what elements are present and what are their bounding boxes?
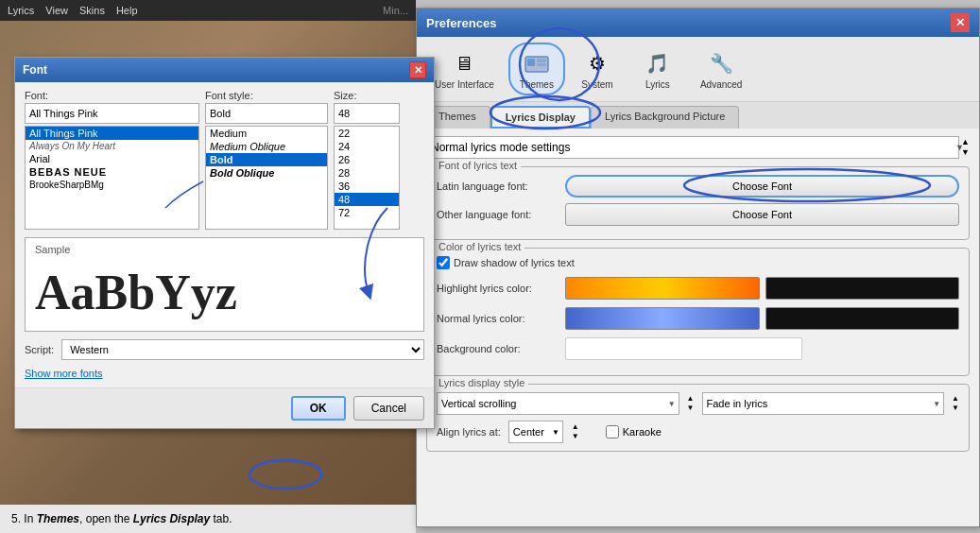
lyrics-icon: 🎵 xyxy=(643,48,673,78)
prefs-close-button[interactable]: ✕ xyxy=(951,13,970,32)
fade-arrow-down[interactable]: ▼ xyxy=(952,404,959,413)
svg-rect-3 xyxy=(537,63,546,66)
ok-button[interactable]: OK xyxy=(291,396,346,421)
fade-select-wrapper: Fade in lyrics xyxy=(702,392,945,415)
list-item[interactable]: Bold Oblique xyxy=(206,166,327,180)
list-item[interactable]: All Things Pink xyxy=(26,127,198,140)
mode-row: Normal lyrics mode settings ▲ ▼ xyxy=(426,136,970,159)
instruction-bar: 5. In Themes, open the Lyrics Display ta… xyxy=(0,505,416,533)
color-group-label: Color of lyrics text xyxy=(435,241,524,252)
scroll-arrow-down[interactable]: ▼ xyxy=(687,404,695,413)
list-item[interactable]: 48 xyxy=(335,193,399,206)
bg-color-label: Background color: xyxy=(437,343,559,354)
player-title: Min... xyxy=(383,5,408,16)
instruction-text: 5. In Themes, open the Lyrics Display ta… xyxy=(11,512,232,525)
prefs-title: Preferences xyxy=(426,16,496,30)
align-arrows[interactable]: ▲ ▼ xyxy=(572,422,579,441)
highlight-color-label: Highlight lyrics color: xyxy=(437,283,559,294)
script-select[interactable]: Western xyxy=(61,339,424,360)
list-item[interactable]: 28 xyxy=(335,166,399,180)
fade-arrows[interactable]: ▲ ▼ xyxy=(952,394,959,413)
list-item[interactable]: BEBAS NEUE xyxy=(26,165,198,179)
shadow-checkbox-row: Draw shadow of lyrics text xyxy=(437,256,959,269)
align-arrow-down[interactable]: ▼ xyxy=(572,432,579,441)
mode-select[interactable]: Normal lyrics mode settings xyxy=(426,136,959,159)
prefs-toolbar: 🖥 User Interface Themes ⚙ System 🎵 Lyric… xyxy=(417,37,979,102)
toolbar-lyrics[interactable]: 🎵 Lyrics xyxy=(629,43,686,95)
list-item[interactable]: Medium Oblique xyxy=(206,140,327,153)
other-font-row: Other language font: Choose Font xyxy=(437,203,959,226)
size-input[interactable] xyxy=(334,103,400,124)
menu-help[interactable]: Help xyxy=(116,5,138,16)
sample-text: AaBbYyz xyxy=(35,259,414,325)
tab-lyrics-display[interactable]: Lyrics Display xyxy=(490,106,591,129)
highlight-color-row: Highlight lyrics color: xyxy=(437,277,959,300)
list-item[interactable]: Arial xyxy=(26,152,198,165)
normal-color-blue[interactable] xyxy=(565,307,760,330)
show-more-fonts-link[interactable]: Show more fonts xyxy=(25,368,103,379)
list-item[interactable]: Bold xyxy=(206,153,327,166)
latin-choose-font-button[interactable]: Choose Font xyxy=(565,175,959,198)
style-list[interactable]: Medium Medium Oblique Bold Bold Oblique xyxy=(205,126,328,230)
other-choose-font-button[interactable]: Choose Font xyxy=(565,203,959,226)
align-arrow-up[interactable]: ▲ xyxy=(572,422,579,432)
font-column: Font: All Things Pink Always On My Heart… xyxy=(25,90,199,230)
list-item[interactable]: 22 xyxy=(335,127,399,140)
bg-color-row: Background color: xyxy=(437,337,959,360)
tab-lyrics-bg[interactable]: Lyrics Background Picture xyxy=(591,106,739,129)
karaoke-checkbox[interactable] xyxy=(606,425,619,438)
align-select-wrapper: Center Left Right xyxy=(508,421,563,443)
user-interface-icon: 🖥 xyxy=(449,48,479,78)
toolbar-themes-label: Themes xyxy=(520,79,554,90)
align-select[interactable]: Center Left Right xyxy=(508,421,563,443)
preferences-dialog: Preferences ✕ 🖥 User Interface Themes ⚙ … xyxy=(416,8,980,527)
list-item[interactable]: 72 xyxy=(335,206,399,219)
prefs-tabs: Themes Lyrics Display Lyrics Background … xyxy=(417,102,979,129)
font-list[interactable]: All Things Pink Always On My Heart Arial… xyxy=(25,126,199,230)
scrolling-arrows[interactable]: ▲ ▼ xyxy=(687,394,695,413)
highlight-color-orange[interactable] xyxy=(565,277,760,300)
latin-font-row: Latin language font: Choose Font xyxy=(437,175,959,198)
style-input[interactable] xyxy=(205,103,328,124)
sample-label: Sample xyxy=(35,244,414,255)
list-item[interactable]: 26 xyxy=(335,153,399,166)
shadow-checkbox[interactable] xyxy=(437,256,450,269)
size-list[interactable]: 22 24 26 28 36 48 72 xyxy=(334,126,400,230)
align-label: Align lyrics at: xyxy=(437,426,501,438)
scroll-arrow-up[interactable]: ▲ xyxy=(687,394,695,404)
mode-arrows[interactable]: ▲ ▼ xyxy=(961,137,970,158)
toolbar-system[interactable]: ⚙ System xyxy=(569,43,626,95)
latin-font-label: Latin language font: xyxy=(437,181,559,192)
scrolling-select[interactable]: Vertical scrolling xyxy=(437,392,679,415)
list-item[interactable]: Medium xyxy=(206,127,327,140)
list-item[interactable]: Always On My Heart xyxy=(26,140,198,152)
font-label: Font: xyxy=(25,90,199,101)
bg-color-white[interactable] xyxy=(565,337,802,360)
font-input[interactable] xyxy=(25,103,199,124)
font-dialog-close[interactable]: ✕ xyxy=(409,61,426,78)
fade-arrow-up[interactable]: ▲ xyxy=(952,394,959,404)
list-item[interactable]: 36 xyxy=(335,180,399,193)
menu-skins[interactable]: Skins xyxy=(79,5,105,16)
mode-arrow-down[interactable]: ▼ xyxy=(961,147,970,158)
size-label: Size: xyxy=(334,90,400,101)
mode-arrow-up[interactable]: ▲ xyxy=(961,137,970,147)
cancel-button[interactable]: Cancel xyxy=(353,396,424,421)
toolbar-advanced[interactable]: 🔧 Advanced xyxy=(690,43,752,95)
bg-color-container xyxy=(565,337,959,360)
list-item[interactable]: 24 xyxy=(335,140,399,153)
list-item[interactable]: BrookeSharpBMg xyxy=(26,179,198,191)
menu-lyrics[interactable]: Lyrics xyxy=(8,5,34,16)
toolbar-advanced-label: Advanced xyxy=(700,79,742,90)
menu-view[interactable]: View xyxy=(45,5,68,16)
font-columns: Font: All Things Pink Always On My Heart… xyxy=(25,90,424,230)
karaoke-label: Karaoke xyxy=(623,426,662,438)
toolbar-user-interface[interactable]: 🖥 User Interface xyxy=(424,43,505,95)
toolbar-themes[interactable]: Themes xyxy=(508,43,565,95)
fade-select[interactable]: Fade in lyrics xyxy=(702,392,945,415)
normal-color-black[interactable] xyxy=(765,307,960,330)
svg-rect-1 xyxy=(527,59,535,66)
highlight-color-black[interactable] xyxy=(765,277,960,300)
karaoke-row: Karaoke xyxy=(606,425,662,438)
advanced-icon: 🔧 xyxy=(706,48,736,78)
